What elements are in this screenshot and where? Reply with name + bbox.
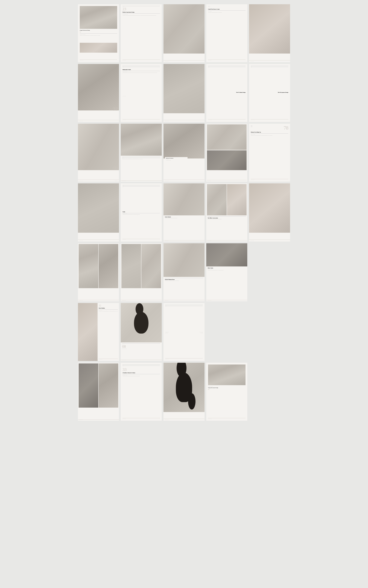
- p30-footer-left: Oreign Magazine: [165, 420, 168, 420]
- p10-footer-left: Oreign Magazine: [251, 120, 254, 120]
- p5-footer-right: –: [288, 61, 289, 62]
- page-24: Black Tanke Cool and water Lorem ipsum d…: [206, 243, 247, 301]
- p19-footer-left: Oreign Magazine: [208, 240, 211, 241]
- p7-tag1: Title: [122, 66, 160, 66]
- p13-footer-left: Oreign Magazine: [165, 181, 168, 181]
- p18-body: Lorem ipsum dolor sit amet consectetur a…: [165, 218, 203, 218]
- p10-title: Tile 98 Japanese Design: [251, 92, 288, 93]
- p2-title: Modern Apartment Design: [122, 12, 160, 13]
- p25-subtitle: Fine Dining: [99, 310, 118, 311]
- p13-title: Kitchen Set Interior: [166, 158, 186, 159]
- page-22: Oreign Magazine –: [121, 243, 162, 301]
- p13-subtitle: Day Diary: [166, 159, 186, 160]
- page-14: Oreign Magazine –: [206, 124, 247, 182]
- page-5: Oreign Magazine –: [249, 4, 290, 62]
- p27-col2-body: Lorem ipsum: [200, 333, 203, 333]
- p27-tag1: Title: [165, 305, 203, 306]
- p2-tag: Article: [122, 6, 160, 7]
- p24-footer-right: –: [246, 300, 246, 300]
- p11-tag: Inner Pattern: [115, 181, 118, 181]
- p21-footer-left: Oreign Magazine: [79, 300, 83, 300]
- p29-footer-left: Oreign Magazine: [122, 419, 126, 419]
- p27-col1-label: Standing No: [165, 332, 169, 332]
- p17-subtitle: Year Millionen: [122, 213, 160, 214]
- p29-subtitle: Best From Right: [122, 375, 160, 375]
- p19-footer-right: –: [246, 240, 246, 241]
- p25-footer-right: 31: [118, 359, 118, 360]
- p27-col2-label: Final Case: [200, 332, 203, 332]
- p13-body: Lorem ipsum dolor sit amet: [166, 160, 186, 161]
- page-31: A perfect design Oreign The Interior Des…: [206, 363, 247, 421]
- p9-tag1: Title: [208, 66, 246, 66]
- p2-body: Lorem ipsum dolor sit amet consectetur a…: [122, 15, 160, 16]
- p26-footer-right: –: [160, 360, 160, 360]
- page-19: Our sweet couple Nice Pillow Conversatio…: [206, 183, 247, 241]
- p11-footer-left: Oreign Magazine: [79, 181, 83, 181]
- p29-tag2: Page: [122, 366, 160, 366]
- p31-footer-right: 01: [245, 419, 246, 419]
- p4-subtitle: Full Mirror: [208, 11, 246, 12]
- p8-footer-left: Oreign Magazine: [165, 121, 168, 121]
- page-28: Oreign Magazine –: [78, 363, 119, 421]
- p24-body: Lorem ipsum dolor sit amet consectetur a…: [208, 270, 246, 271]
- p2-number: 23: [122, 7, 160, 11]
- p14-footer-right: –: [246, 181, 247, 181]
- p4-footer-right: –: [245, 60, 246, 60]
- p17-footer-left: Oreign Magazine: [122, 239, 126, 240]
- p22-footer-left: Oreign Magazine: [122, 300, 126, 300]
- p24-footer-left: Oreign Magazine: [208, 300, 211, 300]
- p4-footer-left: Oreign Magazine: [208, 60, 212, 60]
- p15-body: Lorem ipsum dolor sit amet consectetur a…: [251, 135, 288, 136]
- p15-subtitle: Design Lovers: [251, 134, 288, 135]
- p7-tag-bottom: Let it blur: [122, 96, 160, 97]
- page-11: 90 Oreign Magazine Inner Pattern: [78, 124, 119, 182]
- p19-body: Lorem ipsum dolor sit amet consectetur a…: [208, 219, 246, 220]
- p14-footer-left: Oreign Magazine: [207, 181, 211, 181]
- p9-title: Tile 67 Italian Design: [208, 92, 246, 93]
- p28-footer-left: Oreign Magazine: [79, 420, 83, 420]
- p24-subtitle: Cool and water: [208, 269, 246, 270]
- page-15: No Article 78 Bring Everything Up Design…: [249, 124, 290, 182]
- p4-body: Lorem ipsum dolor sit amet consectetur a…: [208, 12, 246, 13]
- p1-title: Oreign The Interior Design: [80, 30, 117, 31]
- page-21: Oreign Magazine –: [78, 243, 119, 301]
- p4-label2: Story: [208, 7, 210, 7]
- p1-footer-right: 01: [117, 60, 117, 60]
- p18-title: Partly Painted: [165, 217, 203, 218]
- p2-footer-left: Oreign Magazine: [122, 60, 126, 60]
- p19-title: Nice Pillow Conversation: [208, 217, 246, 219]
- p7-title: Minimalist Stuffs: [122, 69, 160, 70]
- p24-title: Black Tanke: [208, 268, 246, 269]
- p16-footer-left: Oreign Magazine: [79, 240, 83, 241]
- p27-footer-left: Oreign Magazine: [165, 359, 169, 359]
- p23-tag: A New Apartment: [165, 278, 203, 279]
- p17-body: Lorem ipsum dolor sit amet consectetur a…: [122, 214, 160, 215]
- p6-number: 32: [113, 107, 118, 111]
- page-13: Kitchen Set Interior Day Diary Lorem ips…: [164, 124, 204, 182]
- p1-body: Lorem ipsum dolor sit amet consectetur a…: [80, 35, 117, 36]
- p15-tag2: Article: [251, 127, 252, 127]
- p23-footer-left: Oreign Magazine: [165, 300, 168, 300]
- p7-subtitle: Look and design: [122, 72, 160, 72]
- p10-tag2: Name: [251, 67, 288, 67]
- p2-subtitle: Live comfortably: [122, 14, 160, 15]
- page-30: Oreign Magazine –: [164, 363, 204, 421]
- p20-footer-right: –: [288, 240, 289, 241]
- p31-title: Oreign The Interior Design: [208, 387, 246, 388]
- p1-subtitle: A perfect beginning: [80, 34, 117, 35]
- p12-tag2: Story: [122, 158, 160, 158]
- p9-footer-left: Oreign Magazine: [208, 120, 212, 120]
- magazine-grid: Oreign The Interior Design 01 A perfect …: [78, 4, 290, 421]
- page-8: Oreign Magazine –: [164, 64, 204, 122]
- page-10: Title Name Tile 98 Japanese Design Oreig…: [249, 64, 290, 122]
- p18-footer-left: Oreign Magazine: [165, 240, 168, 241]
- p1-number: 01: [80, 31, 117, 33]
- p31-number: 01: [208, 389, 246, 390]
- p17-tag1: Travel: [122, 185, 160, 186]
- p29-title: A Healthy Lifestyle At Home: [122, 372, 160, 373]
- p25-title: Short Holiday: [99, 308, 118, 309]
- p25-body: Lorem ipsum dolor sit amet consectetur a…: [99, 311, 118, 312]
- p17-title: Walls: [122, 211, 160, 213]
- p7-footer-left: Oreign Magazine: [122, 120, 126, 120]
- page-27: Title Page Standing No Lorem ipsum Final…: [164, 303, 204, 361]
